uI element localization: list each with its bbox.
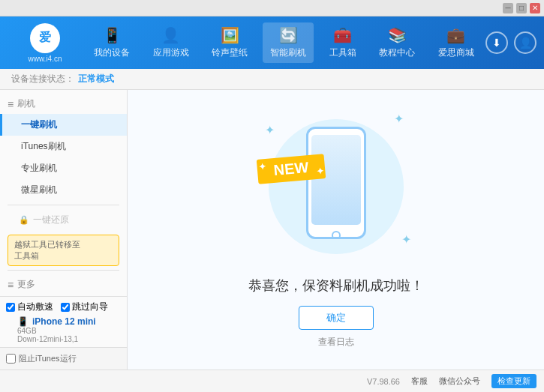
toolbox-icon: 🧰 (333, 26, 352, 44)
one-click-restore-label: 一键还原 (33, 214, 69, 226)
header: 爱 www.i4.cn 📱 我的设备 👤 应用游戏 🖼️ 铃声壁纸 🔄 智能刷机… (0, 16, 544, 69)
phone-frame (306, 127, 366, 239)
flash-section-title: 刷机 (17, 97, 35, 110)
main-layout: ≡ 刷机 一键刷机 iTunes刷机 专业刷机 微星刷机 🔒 一键还原 (0, 90, 544, 370)
smart-flash-icon: 🔄 (279, 26, 298, 44)
sidebar-more-section: ≡ 更多 (0, 274, 127, 295)
service-link[interactable]: 客服 (411, 376, 428, 387)
more-section-icon: ≡ (8, 279, 14, 291)
wipe-flash-label: 微星刷机 (21, 184, 57, 195)
logo-symbol: 爱 (39, 30, 51, 46)
phone-illustration: ✦ ✦ ✦ NEW (254, 112, 419, 262)
ringtones-icon: 🖼️ (221, 26, 239, 44)
window-controls: ─ □ ✕ (503, 3, 540, 13)
sparkle-icon-3: ✦ (401, 232, 411, 247)
minimize-button[interactable]: ─ (503, 3, 513, 13)
device-info: 📱 iPhone 12 mini 64GB Down-12mini-13,1 (17, 316, 121, 343)
sidebar-info-box: 越狱工具已转移至工具箱 (8, 235, 119, 266)
device-checkbox-section: 自动敷速 跳过向导 📱 iPhone 12 mini 64GB Down-12m… (0, 296, 128, 347)
device-name: iPhone 12 mini (32, 316, 96, 327)
success-message: 恭喜您，保资料刷机成功啦！ (248, 277, 424, 295)
auto-flash-checkbox[interactable]: 自动敷速 (6, 301, 53, 313)
flash-section-icon: ≡ (8, 98, 14, 110)
itunes-checkbox[interactable] (6, 354, 16, 364)
secondary-link[interactable]: 查看日志 (318, 336, 354, 349)
logo-url: www.i4.cn (28, 55, 62, 63)
phone-home-button (332, 231, 341, 239)
apps-games-icon: 👤 (161, 26, 180, 44)
think-city-icon: 💼 (446, 26, 465, 44)
nav-think-city[interactable]: 💼 爱思商城 (431, 22, 482, 63)
my-device-icon: 📱 (103, 26, 122, 44)
sidebar-item-one-click-restore: 🔒 一键还原 (0, 209, 127, 231)
user-button[interactable]: 👤 (514, 31, 536, 54)
bottom-status-bar: V7.98.66 客服 微信公众号 检查更新 (0, 370, 544, 392)
sidebar-divider-1 (8, 205, 119, 205)
status-label: 设备连接状态： (11, 73, 74, 85)
new-badge: NEW (257, 157, 325, 181)
itunes-label[interactable]: 阻止iTunes运行 (6, 353, 77, 364)
nav-toolbox-label: 工具箱 (329, 46, 356, 59)
skip-wizard-label: 跳过向导 (72, 301, 108, 313)
nav-apps-games-label: 应用游戏 (153, 46, 189, 59)
sidebar-item-one-click-flash[interactable]: 一键刷机 (0, 114, 127, 136)
auto-flash-input[interactable] (6, 303, 15, 312)
itunes-flash-label: iTunes刷机 (21, 141, 66, 151)
close-button[interactable]: ✕ (530, 3, 540, 13)
nav-ringtones[interactable]: 🖼️ 铃声壁纸 (204, 22, 255, 63)
itunes-bar: 阻止iTunes运行 (0, 347, 128, 370)
itunes-text: 阻止iTunes运行 (19, 353, 77, 364)
maximize-button[interactable]: □ (516, 3, 527, 13)
sidebar-item-wipe-flash[interactable]: 微星刷机 (0, 179, 127, 201)
logo-icon: 爱 (30, 23, 60, 53)
nav-smart-flash-label: 智能刷机 (270, 46, 306, 59)
content-area: ✦ ✦ ✦ NEW 恭喜您，保资料刷机成功啦！ 确定 查看日志 (128, 90, 544, 370)
skip-wizard-checkbox[interactable]: 跳过向导 (61, 301, 108, 313)
sidebar-flash-section: ≡ 刷机 (0, 94, 127, 114)
update-button[interactable]: 检查更新 (491, 374, 536, 388)
nav-tutorial[interactable]: 📚 教程中心 (371, 22, 422, 63)
info-box-text: 越狱工具已转移至工具箱 (14, 240, 80, 260)
nav-smart-flash[interactable]: 🔄 智能刷机 (263, 22, 314, 63)
nav-think-city-label: 爱思商城 (438, 46, 474, 59)
wechat-link[interactable]: 微信公众号 (439, 376, 480, 387)
status-bar: 设备连接状态： 正常模式 (0, 69, 544, 90)
sidebar-item-pro-flash[interactable]: 专业刷机 (0, 157, 127, 179)
nav-tutorial-label: 教程中心 (379, 46, 415, 59)
sidebar-divider-2 (8, 270, 119, 271)
nav-apps-games[interactable]: 👤 应用游戏 (146, 22, 197, 63)
auto-flash-label: 自动敷速 (17, 301, 53, 313)
nav-my-device[interactable]: 📱 我的设备 (86, 22, 137, 63)
one-click-flash-label: 一键刷机 (21, 119, 57, 130)
nav-ringtones-label: 铃声壁纸 (212, 46, 248, 59)
device-storage: 64GB (17, 327, 121, 335)
logo-area: 爱 www.i4.cn (8, 23, 83, 63)
checkbox-area: 自动敷速 跳过向导 (6, 301, 121, 313)
device-model: Down-12mini-13,1 (17, 335, 121, 343)
bottom-right: V7.98.66 客服 微信公众号 检查更新 (367, 374, 536, 388)
tutorial-icon: 📚 (388, 26, 407, 44)
status-value: 正常模式 (78, 73, 114, 85)
header-right-controls: ⬇ 👤 (485, 31, 536, 54)
nav-bar: 📱 我的设备 👤 应用游戏 🖼️ 铃声壁纸 🔄 智能刷机 🧰 工具箱 📚 教程中… (83, 22, 485, 63)
download-button[interactable]: ⬇ (485, 31, 508, 54)
more-section-title: 更多 (17, 278, 35, 291)
skip-wizard-input[interactable] (61, 303, 70, 312)
version-text: V7.98.66 (367, 377, 400, 386)
sparkle-icon-2: ✦ (394, 112, 404, 126)
device-phone-icon: 📱 (17, 316, 29, 327)
title-bar: ─ □ ✕ (0, 0, 544, 16)
sidebar-wrapper: ≡ 刷机 一键刷机 iTunes刷机 专业刷机 微星刷机 🔒 一键还原 (0, 90, 128, 370)
nav-my-device-label: 我的设备 (94, 46, 130, 59)
lock-icon: 🔒 (19, 215, 29, 225)
confirm-button[interactable]: 确定 (299, 306, 374, 330)
new-banner-text: NEW (256, 154, 326, 184)
sidebar-item-itunes-flash[interactable]: iTunes刷机 (0, 136, 127, 157)
sparkle-icon-1: ✦ (265, 123, 275, 137)
nav-toolbox[interactable]: 🧰 工具箱 (322, 22, 364, 63)
pro-flash-label: 专业刷机 (21, 163, 57, 173)
phone-device (306, 127, 366, 239)
